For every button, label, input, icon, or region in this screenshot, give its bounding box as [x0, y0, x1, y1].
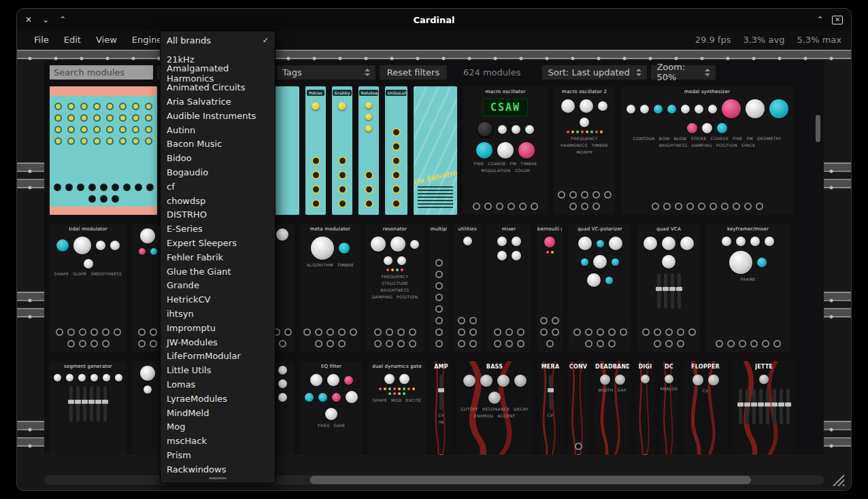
brand-menu-item[interactable]: Glue the Giant [161, 264, 275, 279]
search-input[interactable] [50, 65, 153, 80]
module-card[interactable]: Grabby [332, 86, 352, 215]
module-card[interactable]: bernoulli gate [537, 224, 563, 352]
brand-menu-item[interactable]: MindMeld [161, 406, 275, 420]
menubar-item[interactable]: File [27, 31, 56, 49]
port-icon [138, 328, 146, 336]
module-card[interactable]: FLOPPERCV [684, 361, 727, 455]
slider-icon [83, 386, 86, 421]
module-card[interactable]: modal synthesizerCONTOURBOWBLOWSTRIKECOA… [621, 86, 793, 215]
module-card[interactable]: meta modulatorALGORITHMTIMBRE [301, 224, 360, 352]
brand-menu-item[interactable]: Expert Sleepers [161, 236, 275, 250]
brand-menu-item[interactable]: Audible Instruments [161, 109, 275, 123]
module-card[interactable]: MERACV [539, 361, 562, 455]
brand-menu-item[interactable]: Grande [161, 279, 275, 293]
module-card[interactable]: macro oscillator 2FREQUENCYHARMONICSTIMB… [554, 86, 615, 215]
knob-icon [722, 237, 731, 246]
brand-menu-item[interactable]: Fehler Fabrik [161, 250, 275, 264]
brand-menu-item-label: Animated Circuits [167, 82, 245, 92]
vertical-scrollbar[interactable] [816, 115, 820, 142]
menubar-item[interactable]: Edit [56, 31, 88, 49]
brand-menu-item[interactable]: Lomas [161, 377, 275, 392]
module-card[interactable]: Pokies [305, 86, 326, 215]
window-controls-left: ✕ ⌄ ⌃ [17, 16, 66, 24]
brand-menu-item[interactable]: mscHack [161, 434, 275, 448]
module-label: FRAME [741, 277, 756, 281]
brand-menu-item[interactable]: E-Series [161, 222, 275, 236]
brand-menu-item[interactable]: Mog [161, 420, 275, 434]
reset-filters-button[interactable]: Reset filters [380, 65, 447, 80]
menubar-item[interactable]: View [88, 31, 124, 49]
knob-icon [759, 375, 769, 384]
brand-menu-item[interactable]: Bidoo [161, 151, 275, 165]
module-card[interactable]: AMPCVIN [432, 361, 450, 455]
module-labels: CUTOFFRESONANCEDECAYENVMODACCENT [456, 407, 533, 418]
module-title: dual dynamics gate [372, 364, 422, 369]
brand-menu-item[interactable]: LyraeModules [161, 392, 275, 406]
brand-menu-item[interactable]: Impromptu [161, 321, 275, 335]
knob-icon [365, 125, 372, 132]
module-card[interactable]: DEADBANDWIDTHGAP [595, 361, 630, 455]
module-label: COARSE [488, 161, 505, 166]
brand-menu-item[interactable]: Bacon Music [161, 137, 275, 152]
module-card[interactable]: EQ filterFREQGAIN [301, 361, 362, 455]
brand-menu-item[interactable]: chowdsp [161, 194, 275, 208]
sort-select[interactable]: Sort: Last updated [542, 65, 647, 80]
horizontal-scrollbar-thumb[interactable] [310, 475, 752, 485]
brand-menu-item[interactable]: Amalgamated Harmonics [161, 67, 275, 81]
brand-menu-item[interactable]: ihtsyn [161, 307, 275, 321]
module-card[interactable]: JETTE [733, 361, 795, 455]
collapse-icon[interactable]: ⌃ [816, 16, 823, 24]
module-card[interactable]: resonatorFREQUENCYSTRUCTUREBRIGHTNESSDAM… [366, 224, 424, 352]
module-card[interactable] [133, 224, 163, 352]
window-close-icon[interactable]: ✕ [25, 16, 32, 24]
brand-menu-item[interactable]: Prism [161, 448, 275, 462]
module-labels: FREQGAIN [315, 423, 348, 428]
brand-menu-item[interactable]: Aria Salvatrice [161, 94, 275, 109]
module-card[interactable]: dual dynamics gateSHAPEMODEXCITE [368, 361, 426, 455]
module-card[interactable]: UnDuLaR [385, 86, 407, 215]
module-card[interactable]: Rotatoes [358, 86, 379, 215]
module-card[interactable]: multiples [430, 224, 448, 352]
brand-menu-item[interactable]: Autinn [161, 123, 275, 137]
module-card[interactable]: utilities [454, 224, 481, 352]
module-card[interactable]: BASSCUTOFFRESONANCEDECAYENVMODACCENT [456, 361, 533, 455]
knob-icon [667, 105, 676, 114]
led-icon [581, 131, 584, 133]
brand-menu-item[interactable]: LifeFormModular [161, 349, 275, 364]
module-card[interactable]: keyframer/mixerFRAME [706, 224, 790, 352]
brand-menu-item[interactable]: HetrickCV [161, 292, 275, 307]
module-card[interactable]: mixer [487, 224, 531, 352]
port-icon [365, 199, 373, 208]
module-knobs [460, 237, 475, 245]
brand-menu-item[interactable]: DISTRHO [161, 208, 275, 222]
module-card[interactable]: Aria Salvatrice [414, 86, 457, 215]
chevron-up-icon[interactable]: ⌃ [59, 16, 66, 24]
brand-menu-item[interactable]: Rackwindows [161, 462, 275, 477]
module-card[interactable]: quad VC-polarizer [569, 224, 631, 352]
brand-menu-item[interactable]: cf [161, 179, 275, 194]
module-card[interactable]: segment generator [50, 361, 127, 455]
brand-menu-item[interactable]: Bogaudio [161, 165, 275, 179]
module-label: POSITION [397, 294, 418, 299]
module-card[interactable]: DCANALOG [661, 361, 678, 455]
chevron-down-icon[interactable]: ⌄ [42, 16, 49, 24]
module-card[interactable]: macro oscillatorCSAWFINECOARSEFMTIMBREMO… [463, 86, 548, 215]
port-icon [473, 203, 480, 210]
module-sliders [657, 273, 681, 309]
knob-icon [390, 237, 405, 252]
zoom-select[interactable]: Zoom: 50% [651, 65, 716, 80]
brand-menu-item[interactable]: JW-Modules [161, 335, 275, 349]
distrho-logo-icon[interactable]: ✕ [832, 16, 843, 24]
module-card[interactable]: quad VCA [637, 224, 700, 352]
brand-menu-item[interactable]: All brands ✓ [161, 33, 275, 48]
module-card[interactable] [133, 361, 163, 455]
module-card[interactable]: tidal modulatorSHAPESLOPESMOOTHNESS [50, 224, 127, 352]
brand-menu-item[interactable]: Little Utils [161, 363, 275, 377]
brand-menu-item[interactable]: Animated Circuits [161, 80, 275, 94]
module-card[interactable]: CONV [568, 361, 588, 455]
module-card[interactable]: DIGI [636, 361, 654, 455]
module-card[interactable] [50, 86, 157, 215]
tags-select[interactable]: Tags [277, 65, 375, 80]
port-icon [338, 340, 346, 347]
menu-scroll-indicator[interactable] [209, 477, 227, 479]
